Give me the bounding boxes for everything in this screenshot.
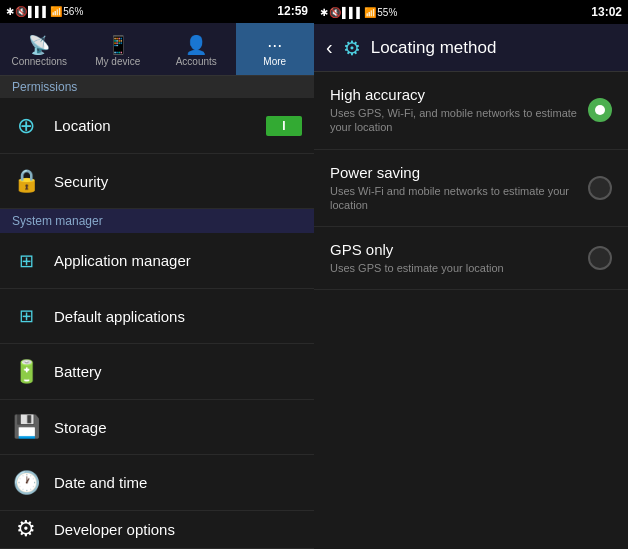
location-icon: ⊕ bbox=[12, 113, 40, 139]
storage-icon: 💾 bbox=[12, 414, 40, 440]
wifi-icon: 📶 bbox=[50, 6, 62, 17]
security-icon: 🔒 bbox=[12, 168, 40, 194]
connections-label: Connections bbox=[11, 56, 67, 67]
mydevice-label: My device bbox=[95, 56, 140, 67]
datetime-label: Date and time bbox=[54, 474, 147, 491]
right-bluetooth-icon: ✱ bbox=[320, 7, 328, 18]
permissions-header: Permissions bbox=[0, 76, 314, 98]
gps-only-option[interactable]: GPS only Uses GPS to estimate your locat… bbox=[314, 227, 628, 290]
tab-accounts[interactable]: 👤 Accounts bbox=[157, 23, 236, 76]
default-apps-icon: ⊞ bbox=[12, 305, 40, 327]
left-panel: ✱ 🔇 ▌▌▌ 📶 56% 12:59 📡 Connections 📱 My d… bbox=[0, 0, 314, 549]
battery-label: Battery bbox=[54, 363, 102, 380]
battery-item[interactable]: 🔋 Battery bbox=[0, 344, 314, 399]
battery-left: 56% bbox=[63, 6, 83, 17]
datetime-item[interactable]: 🕐 Date and time bbox=[0, 455, 314, 510]
app-manager-item[interactable]: ⊞ Application manager bbox=[0, 233, 314, 288]
high-accuracy-desc: Uses GPS, Wi-Fi, and mobile networks to … bbox=[330, 106, 588, 135]
tab-bar: 📡 Connections 📱 My device 👤 Accounts ···… bbox=[0, 23, 314, 77]
more-label: More bbox=[263, 56, 286, 67]
page-title: Locating method bbox=[371, 38, 497, 58]
storage-item[interactable]: 💾 Storage bbox=[0, 400, 314, 455]
security-label: Security bbox=[54, 173, 108, 190]
left-time: 12:59 bbox=[277, 4, 308, 18]
tab-more[interactable]: ··· More bbox=[236, 23, 315, 76]
app-manager-icon: ⊞ bbox=[12, 250, 40, 272]
gps-only-desc: Uses GPS to estimate your location bbox=[330, 261, 588, 275]
status-bar-right: ✱ 🔇 ▌▌▌ 📶 55% 13:02 bbox=[314, 0, 628, 24]
storage-label: Storage bbox=[54, 419, 107, 436]
power-saving-title: Power saving bbox=[330, 164, 588, 181]
power-saving-option[interactable]: Power saving Uses Wi-Fi and mobile netwo… bbox=[314, 150, 628, 228]
tab-connections[interactable]: 📡 Connections bbox=[0, 23, 79, 76]
battery-icon: 🔋 bbox=[12, 359, 40, 385]
signal-icon: ▌▌▌ bbox=[28, 6, 49, 17]
high-accuracy-radio[interactable] bbox=[588, 98, 612, 122]
more-icon: ··· bbox=[267, 36, 282, 54]
right-status-icons: ✱ 🔇 ▌▌▌ 📶 55% bbox=[320, 7, 397, 18]
left-status-icons: ✱ 🔇 ▌▌▌ 📶 56% bbox=[6, 6, 83, 17]
high-accuracy-option[interactable]: High accuracy Uses GPS, Wi-Fi, and mobil… bbox=[314, 72, 628, 150]
default-apps-item[interactable]: ⊞ Default applications bbox=[0, 289, 314, 344]
power-saving-text: Power saving Uses Wi-Fi and mobile netwo… bbox=[330, 164, 588, 213]
action-bar: ‹ ⚙ Locating method bbox=[314, 24, 628, 72]
locating-gear-icon: ⚙ bbox=[343, 36, 361, 60]
mydevice-icon: 📱 bbox=[107, 36, 129, 54]
power-saving-radio[interactable] bbox=[588, 176, 612, 200]
connections-icon: 📡 bbox=[28, 36, 50, 54]
location-label: Location bbox=[54, 117, 111, 134]
bluetooth-icon: ✱ bbox=[6, 6, 14, 17]
system-manager-header: System manager bbox=[0, 209, 314, 233]
right-wifi-icon: 📶 bbox=[364, 7, 376, 18]
power-saving-desc: Uses Wi-Fi and mobile networks to estima… bbox=[330, 184, 588, 213]
tab-mydevice[interactable]: 📱 My device bbox=[79, 23, 158, 76]
app-manager-label: Application manager bbox=[54, 252, 191, 269]
high-accuracy-text: High accuracy Uses GPS, Wi-Fi, and mobil… bbox=[330, 86, 588, 135]
default-apps-label: Default applications bbox=[54, 308, 185, 325]
status-bar-left: ✱ 🔇 ▌▌▌ 📶 56% 12:59 bbox=[0, 0, 314, 23]
security-item[interactable]: 🔒 Security bbox=[0, 154, 314, 209]
location-toggle[interactable]: I bbox=[266, 116, 302, 136]
accounts-label: Accounts bbox=[176, 56, 217, 67]
volume-icon: 🔇 bbox=[15, 6, 27, 17]
right-panel: ✱ 🔇 ▌▌▌ 📶 55% 13:02 ‹ ⚙ Locating method … bbox=[314, 0, 628, 549]
gps-only-radio[interactable] bbox=[588, 246, 612, 270]
developer-icon: ⚙ bbox=[12, 516, 40, 542]
back-button[interactable]: ‹ bbox=[326, 36, 333, 59]
developer-item[interactable]: ⚙ Developer options bbox=[0, 511, 314, 549]
right-time: 13:02 bbox=[591, 5, 622, 19]
location-toggle-inner: I bbox=[266, 116, 302, 136]
right-signal-icon: ▌▌▌ bbox=[342, 7, 363, 18]
right-battery: 55% bbox=[377, 7, 397, 18]
accounts-icon: 👤 bbox=[185, 36, 207, 54]
right-volume-icon: 🔇 bbox=[329, 7, 341, 18]
high-accuracy-title: High accuracy bbox=[330, 86, 588, 103]
datetime-icon: 🕐 bbox=[12, 470, 40, 496]
developer-label: Developer options bbox=[54, 521, 175, 538]
gps-only-text: GPS only Uses GPS to estimate your locat… bbox=[330, 241, 588, 275]
location-item[interactable]: ⊕ Location I bbox=[0, 98, 314, 153]
gps-only-title: GPS only bbox=[330, 241, 588, 258]
